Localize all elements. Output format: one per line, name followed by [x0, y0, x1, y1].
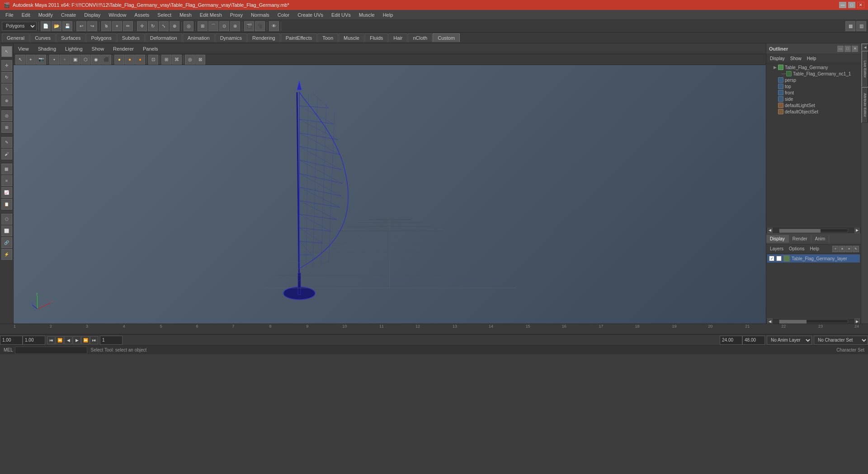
uv-editor-btn[interactable]: ⬜ [1, 225, 12, 236]
tab-toon[interactable]: Toon [317, 33, 338, 42]
tab-painteffects[interactable]: PaintEffects [281, 33, 317, 42]
layer-edit-btn[interactable]: ✎ [853, 246, 859, 252]
outliner-scroll-track[interactable] [779, 229, 848, 232]
layout-btn-1[interactable]: ▦ [845, 21, 855, 31]
vp-frame-all-btn[interactable]: ⊠ [195, 55, 205, 65]
universal-manip-tool-btn[interactable]: ⊕ [1, 95, 12, 106]
tab-fluids[interactable]: Fluids [365, 33, 388, 42]
paint-skin-btn[interactable]: 🖌 [1, 149, 12, 160]
delete-layer-btn[interactable]: ✕ [839, 246, 845, 252]
vp-shading1-btn[interactable]: ▪ [49, 55, 59, 65]
ch-subtab-options[interactable]: Options [787, 246, 806, 252]
go-to-end-btn[interactable]: ⏭ [90, 336, 98, 344]
mel-input[interactable] [15, 347, 87, 354]
menu-muscle[interactable]: Muscle [355, 11, 378, 19]
layer-row-table-flag[interactable]: ✓ Table_Flag_Germany_layer [767, 254, 860, 263]
outliner-menu-show[interactable]: Show [788, 56, 803, 61]
save-scene-btn[interactable]: 💾 [62, 21, 72, 31]
vp-smooth-btn[interactable]: ◉ [91, 55, 101, 65]
menu-create[interactable]: Create [57, 11, 80, 19]
outliner-menu-help[interactable]: Help [805, 56, 818, 61]
tree-item-light-set[interactable]: defaultLightSet [767, 102, 860, 108]
tab-muscle[interactable]: Muscle [339, 33, 364, 42]
move-btn[interactable]: ✛ [137, 21, 147, 31]
vp-shading3-btn[interactable]: ▣ [70, 55, 80, 65]
vp-snap-view-btn[interactable]: ⌘ [172, 55, 182, 65]
soft-select-btn[interactable]: ◎ [184, 21, 193, 31]
scale-btn[interactable]: ⤡ [159, 21, 169, 31]
soft-select-tool-btn[interactable]: ◎ [1, 110, 12, 121]
tab-curves[interactable]: Curves [30, 33, 56, 42]
strip-arrow-btn[interactable]: ◀ [861, 43, 868, 51]
relationship-btn[interactable]: 🔗 [1, 237, 12, 248]
layout-btn-2[interactable]: ▥ [856, 21, 866, 31]
tree-item-table-flag-nc1[interactable]: — Table_Flag_Germany_nc1_1 [767, 70, 860, 77]
menu-edit[interactable]: Edit [18, 11, 34, 19]
ch-subtab-layers[interactable]: Layers [768, 246, 785, 252]
play-forward-btn[interactable]: ▶ [73, 336, 81, 344]
select-btn[interactable]: 🖱 [101, 21, 111, 31]
restore-button[interactable]: □ [848, 2, 855, 8]
vp-menu-show[interactable]: Show [89, 45, 107, 52]
layer-scroll-thumb[interactable] [779, 320, 807, 324]
graph-editor-btn[interactable]: 📈 [1, 187, 12, 198]
menu-create-uvs[interactable]: Create UVs [294, 11, 327, 19]
tree-item-table-flag-germany[interactable]: ▶ Table_Flag_Germany [767, 64, 860, 70]
menu-proxy[interactable]: Proxy [226, 11, 246, 19]
rotate-tool-btn[interactable]: ↻ [1, 72, 12, 83]
hypershade-btn[interactable]: ⬡ [1, 214, 12, 225]
anim-layer-select[interactable]: No Anim Layer [767, 336, 812, 345]
show-hide-btn[interactable]: 👁 [269, 21, 279, 31]
layer-options-btn[interactable]: ≡ [846, 246, 852, 252]
menu-file[interactable]: File [2, 11, 17, 19]
snap-grid-btn[interactable]: ⊞ [198, 21, 208, 31]
redo-btn[interactable]: ↪ [87, 21, 97, 31]
menu-window[interactable]: Window [105, 11, 130, 19]
tab-deformation[interactable]: Deformation [145, 33, 182, 42]
playback-end-field[interactable]: 24.00 [720, 336, 742, 345]
vp-menu-renderer[interactable]: Renderer [110, 45, 137, 52]
vp-snap-grid2-btn[interactable]: ⊞ [161, 55, 171, 65]
tree-item-top[interactable]: top [767, 83, 860, 89]
outliner-maximize-btn[interactable]: □ [844, 46, 851, 52]
character-set-select[interactable]: No Character Set [814, 336, 868, 345]
vp-select-mode-btn[interactable]: ⊡ [148, 55, 158, 65]
layer-scroll-track[interactable] [779, 319, 848, 323]
ipr-btn[interactable]: 🎥 [255, 21, 265, 31]
vp-snap-btn[interactable]: ⌖ [26, 55, 36, 65]
menu-normals[interactable]: Normals [247, 11, 273, 19]
step-forward-btn[interactable]: ⏩ [81, 336, 90, 344]
vp-select-type-btn[interactable]: ↖ [15, 55, 25, 65]
attribute-editor-btn[interactable]: Attribute Editor [861, 87, 868, 123]
vp-isolate-btn[interactable]: ◎ [185, 55, 195, 65]
outliner-menu-display[interactable]: Display [768, 56, 787, 61]
tree-item-object-set[interactable]: defaultObjectSet [767, 108, 860, 115]
tab-animation[interactable]: Animation [183, 33, 215, 42]
vp-camera-btn[interactable]: 📷 [36, 55, 46, 65]
render-region-btn[interactable]: ▦ [1, 164, 12, 174]
tab-polygons[interactable]: Polygons [86, 33, 116, 42]
open-scene-btn[interactable]: 📂 [52, 21, 61, 31]
playback-start-field[interactable]: 1.00 [23, 336, 45, 345]
scale-tool-btn[interactable]: ⤡ [1, 84, 12, 94]
outliner-minimize-btn[interactable]: — [837, 46, 844, 52]
menu-edit-uvs[interactable]: Edit UVs [328, 11, 354, 19]
layer-template-checkbox[interactable] [776, 256, 782, 261]
sculpt-tool-btn[interactable]: ✎ [1, 137, 12, 148]
outliner-close-btn[interactable]: ✕ [852, 46, 858, 52]
vp-light3-btn[interactable]: ● [135, 55, 145, 65]
render-btn[interactable]: 🎬 [244, 21, 254, 31]
tab-hair[interactable]: Hair [388, 33, 407, 42]
menu-mesh[interactable]: Mesh [176, 11, 195, 19]
menu-edit-mesh[interactable]: Edit Mesh [196, 11, 226, 19]
tab-general[interactable]: General [2, 33, 29, 42]
ch-tab-anim[interactable]: Anim [811, 235, 830, 243]
vp-light1-btn[interactable]: ● [114, 55, 124, 65]
snap-curve-btn[interactable]: ⌒ [208, 21, 218, 31]
outliner-btn[interactable]: 📋 [1, 199, 12, 210]
layer-scrollbar[interactable]: ◀ ▶ [766, 318, 861, 324]
tree-item-persp[interactable]: persp [767, 77, 860, 83]
close-button[interactable]: ✕ [857, 2, 864, 8]
ch-tab-display[interactable]: Display [766, 235, 789, 243]
current-frame-field-1[interactable]: 1.00 [0, 336, 23, 345]
